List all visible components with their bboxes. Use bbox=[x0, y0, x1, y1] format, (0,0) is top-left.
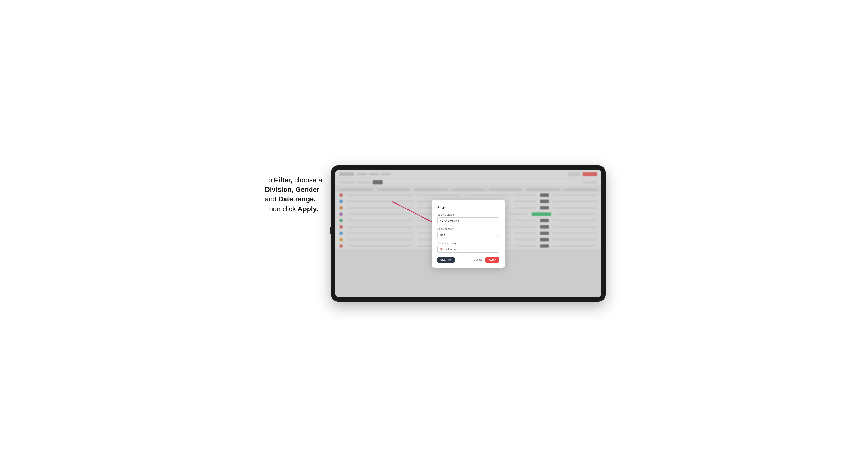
tablet-screen: Filter × Select a division NCAA Division… bbox=[336, 170, 601, 297]
gender-label: Select gender bbox=[437, 228, 499, 230]
date-input-wrapper: 📅 bbox=[437, 246, 499, 253]
modal-title: Filter bbox=[437, 205, 446, 209]
date-input[interactable] bbox=[437, 246, 499, 253]
modal-footer: Clear filter Cancel Apply bbox=[437, 257, 499, 263]
calendar-icon: 📅 bbox=[439, 247, 443, 251]
date-form-group: Select Date range 📅 bbox=[437, 242, 499, 253]
gender-select[interactable]: Men bbox=[437, 231, 499, 239]
cancel-button[interactable]: Cancel bbox=[472, 257, 484, 263]
modal-overlay: Filter × Select a division NCAA Division… bbox=[336, 170, 601, 297]
filter-modal: Filter × Select a division NCAA Division… bbox=[432, 200, 505, 268]
division-clear-button[interactable]: × bbox=[494, 219, 495, 222]
date-label: Select Date range bbox=[437, 242, 499, 245]
instruction-text-3: and bbox=[265, 195, 278, 203]
page-wrapper: To Filter, choose a Division, Gender and… bbox=[262, 165, 606, 302]
clear-filter-button[interactable]: Clear filter bbox=[437, 257, 455, 263]
modal-header: Filter × bbox=[437, 205, 499, 210]
instruction-text-1: To bbox=[265, 176, 274, 184]
instruction-bold-date: Date range. bbox=[278, 195, 316, 203]
gender-select-wrapper: Men × ⌃⌄ bbox=[437, 231, 499, 239]
instruction-text-4: Then click bbox=[265, 205, 298, 213]
apply-button[interactable]: Apply bbox=[486, 257, 499, 263]
tablet-side-button bbox=[330, 227, 331, 234]
modal-close-button[interactable]: × bbox=[495, 205, 499, 210]
instruction-bold-apply: Apply. bbox=[298, 205, 318, 213]
division-form-group: Select a division NCAA Division I × ⌃⌄ bbox=[437, 213, 499, 224]
instruction-bold-division-gender: Division, Gender bbox=[265, 186, 319, 193]
instruction-text-2: choose a bbox=[292, 176, 322, 184]
division-select-wrapper: NCAA Division I × ⌃⌄ bbox=[437, 217, 499, 224]
tablet-frame: Filter × Select a division NCAA Division… bbox=[331, 165, 606, 302]
division-label: Select a division bbox=[437, 213, 499, 216]
division-select[interactable]: NCAA Division I bbox=[437, 217, 499, 224]
footer-right-actions: Cancel Apply bbox=[472, 257, 499, 263]
gender-clear-button[interactable]: × bbox=[494, 234, 495, 237]
instruction-bold-filter: Filter, bbox=[274, 176, 292, 184]
gender-form-group: Select gender Men × ⌃⌄ bbox=[437, 228, 499, 239]
instruction-panel: To Filter, choose a Division, Gender and… bbox=[262, 165, 331, 223]
